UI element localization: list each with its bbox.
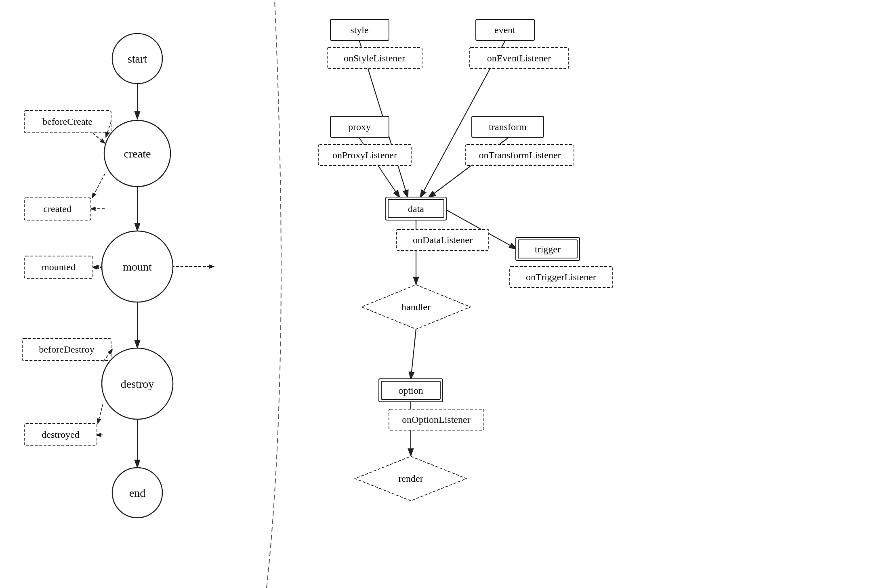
end-label: end: [129, 487, 145, 499]
onTriggerListener-label: onTriggerListener: [526, 272, 596, 282]
onDataListener-label: onDataListener: [413, 235, 473, 245]
start-label: start: [128, 52, 147, 65]
onTransformListener-label: onTransformListener: [479, 150, 561, 160]
destroyed-label: destroyed: [42, 429, 79, 440]
onOptionListener-label: onOptionListener: [402, 414, 470, 425]
onStyleListener-label: onStyleListener: [344, 53, 405, 63]
beforeCreate-arrow2: [93, 133, 105, 143]
trigger-label: trigger: [535, 244, 561, 254]
mounted-label: mounted: [42, 262, 76, 272]
style-label: style: [350, 25, 368, 35]
onProxyListener-label: onProxyListener: [332, 150, 397, 160]
divider-curve: [267, 0, 281, 588]
beforeDestroy-label: beforeDestroy: [39, 344, 94, 355]
onEventListener-label: onEventListener: [487, 53, 551, 63]
mount-label: mount: [123, 260, 152, 273]
proxy-label: proxy: [348, 122, 371, 132]
render-label: render: [398, 473, 423, 484]
beforeCreate-label: beforeCreate: [42, 116, 92, 127]
destroy-label: destroy: [121, 378, 154, 390]
event-label: event: [494, 25, 515, 35]
create-label: create: [124, 147, 151, 160]
handler-to-option-arrow: [411, 329, 416, 380]
diagram-container: start create mount destroy end beforeCre…: [0, 0, 891, 588]
destroy-to-destroyed: [98, 404, 103, 424]
create-to-created: [92, 174, 105, 198]
handler-label: handler: [401, 302, 431, 312]
transform-label: transform: [489, 122, 527, 132]
main-diagram: start create mount destroy end beforeCre…: [0, 0, 891, 588]
option-label: option: [398, 385, 423, 396]
data-label: data: [408, 204, 424, 214]
created-label: created: [43, 204, 71, 214]
